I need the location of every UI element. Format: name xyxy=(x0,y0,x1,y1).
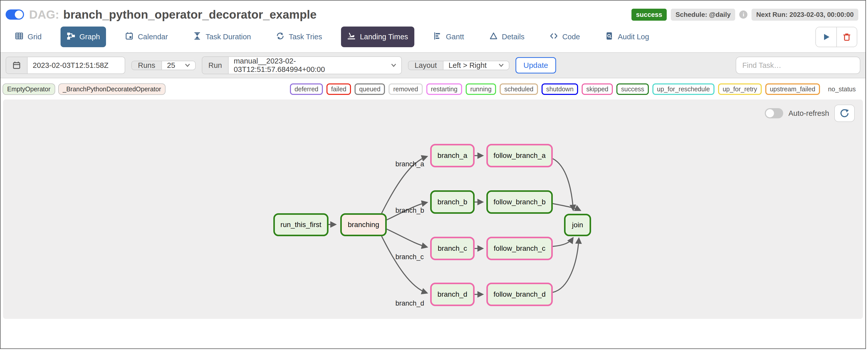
tab-task-tries[interactable]: Task Tries xyxy=(270,27,328,47)
tab-label: Task Tries xyxy=(289,33,322,41)
operator-legend: EmptyOperator _BranchPythonDecoratedOper… xyxy=(3,83,165,95)
layout-select[interactable]: Left > Right xyxy=(443,61,509,70)
tab-gantt[interactable]: Gantt xyxy=(427,27,470,47)
base-date-input[interactable] xyxy=(28,57,125,73)
status-queued[interactable]: queued xyxy=(354,83,385,95)
graph-icon xyxy=(67,32,75,42)
edge-label-branch-d: branch_d xyxy=(396,300,424,307)
delete-dag-button[interactable] xyxy=(836,27,857,47)
tab-label: Landing Times xyxy=(360,33,408,41)
tab-label: Details xyxy=(502,33,525,41)
edge-followd-join xyxy=(553,239,579,292)
triangle-icon xyxy=(489,32,498,42)
status-upstream-failed[interactable]: upstream_failed xyxy=(765,83,820,95)
edge-branching-c xyxy=(387,229,427,247)
task-node-follow_branch_a[interactable]: follow_branch_a xyxy=(486,144,553,167)
dag-header: DAG: branch_python_operator_decorator_ex… xyxy=(1,1,865,24)
tab-landing-times[interactable]: Landing Times xyxy=(341,27,414,47)
run-value: manual__2023-02-03T12:51:57.684994+00:00 xyxy=(234,57,387,74)
edge-label-branch-a: branch_a xyxy=(396,160,424,168)
layout-value: Left > Right xyxy=(448,61,487,70)
tab-code[interactable]: Code xyxy=(543,27,586,47)
auto-refresh-label: Auto-refresh xyxy=(788,109,829,117)
page-title: DAG: branch_python_operator_decorator_ex… xyxy=(29,8,316,22)
status-scheduled[interactable]: scheduled xyxy=(500,83,538,95)
gantt-icon xyxy=(433,32,442,42)
runs-value: 25 xyxy=(167,61,175,70)
dag-actions xyxy=(815,27,857,47)
task-node-branch_b[interactable]: branch_b xyxy=(430,190,475,214)
runs-group: Runs 25 xyxy=(131,61,196,70)
status-deferred[interactable]: deferred xyxy=(290,83,323,95)
tab-graph[interactable]: Graph xyxy=(61,27,106,47)
task-node-follow_branch_b[interactable]: follow_branch_b xyxy=(486,190,553,214)
header-badges: success Schedule: @daily i Next Run: 202… xyxy=(631,9,858,21)
status-success[interactable]: success xyxy=(616,83,649,95)
retry-icon xyxy=(276,32,285,42)
task-node-branching[interactable]: branching xyxy=(340,213,387,236)
runs-select[interactable]: 25 xyxy=(162,61,195,70)
status-badge: success xyxy=(631,9,667,21)
refresh-controls: Auto-refresh xyxy=(765,105,855,122)
runs-label: Runs xyxy=(132,61,162,70)
grid-icon xyxy=(15,32,24,42)
code-icon xyxy=(550,32,558,42)
hourglass-icon xyxy=(193,32,202,42)
operator-badge-branch: _BranchPythonDecoratedOperator xyxy=(58,83,166,95)
trigger-dag-button[interactable] xyxy=(816,27,836,47)
task-node-branch_c[interactable]: branch_c xyxy=(430,237,475,260)
schedule-badge: Schedule: @daily xyxy=(671,9,735,21)
toggle-knob xyxy=(15,10,23,19)
tab-grid[interactable]: Grid xyxy=(9,27,48,47)
auto-refresh-toggle[interactable] xyxy=(765,108,783,118)
tab-label: Gantt xyxy=(446,33,464,41)
calendar-icon xyxy=(125,32,133,42)
toggle-knob xyxy=(766,109,774,117)
date-picker-button[interactable] xyxy=(6,57,28,73)
status-legend: deferred failed queued removed restartin… xyxy=(290,83,863,95)
update-button[interactable]: Update xyxy=(516,57,556,73)
status-skipped[interactable]: skipped xyxy=(582,83,613,95)
task-node-branch_d[interactable]: branch_d xyxy=(430,283,475,306)
date-group xyxy=(6,57,125,74)
task-node-follow_branch_d[interactable]: follow_branch_d xyxy=(486,283,553,306)
refresh-button[interactable] xyxy=(834,105,855,122)
find-task-input[interactable] xyxy=(736,57,860,74)
task-node-run_this_first[interactable]: run_this_first xyxy=(273,213,329,236)
operator-badge-empty: EmptyOperator xyxy=(3,83,55,95)
status-running[interactable]: running xyxy=(466,83,496,95)
tab-label: Grid xyxy=(28,33,42,41)
status-removed[interactable]: removed xyxy=(389,83,423,95)
layout-label: Layout xyxy=(408,61,443,70)
audit-log-icon xyxy=(605,32,614,42)
run-label: Run xyxy=(202,57,228,74)
next-run-badge: Next Run: 2023-02-03, 00:00:00 xyxy=(751,9,858,21)
info-icon[interactable]: i xyxy=(739,10,747,19)
task-node-join[interactable]: join xyxy=(564,214,591,236)
edge-followa-join xyxy=(553,159,573,210)
plane-landing-icon xyxy=(347,32,356,42)
dag-pause-toggle[interactable] xyxy=(6,9,24,20)
tab-label: Task Duration xyxy=(206,33,251,41)
layout-group: Layout Left > Right xyxy=(408,61,509,70)
status-up-for-reschedule[interactable]: up_for_reschedule xyxy=(652,83,714,95)
tab-task-duration[interactable]: Task Duration xyxy=(187,27,257,47)
view-tabs: Grid Graph Calendar Task Duration Task T… xyxy=(1,24,865,52)
run-select[interactable]: manual__2023-02-03T12:51:57.684994+00:00 xyxy=(228,57,401,74)
status-shutdown[interactable]: shutdown xyxy=(541,83,578,95)
edge-followc-join xyxy=(553,238,573,246)
dag-prefix-label: DAG: xyxy=(29,8,59,22)
dag-graph-canvas[interactable]: branch_a branch_b branch_c branch_d run_… xyxy=(3,100,863,319)
status-up-for-retry[interactable]: up_for_retry xyxy=(718,83,762,95)
task-node-follow_branch_c[interactable]: follow_branch_c xyxy=(486,237,553,260)
tab-audit-log[interactable]: Audit Log xyxy=(599,27,655,47)
run-group: Run manual__2023-02-03T12:51:57.684994+0… xyxy=(202,57,402,74)
tab-details[interactable]: Details xyxy=(483,27,531,47)
status-restarting[interactable]: restarting xyxy=(426,83,462,95)
tab-label: Audit Log xyxy=(618,33,649,41)
tab-calendar[interactable]: Calendar xyxy=(119,27,174,47)
status-failed[interactable]: failed xyxy=(327,83,351,95)
task-node-branch_a[interactable]: branch_a xyxy=(430,144,475,167)
edge-followb-join xyxy=(553,204,580,210)
edge-label-branch-b: branch_b xyxy=(396,207,424,214)
